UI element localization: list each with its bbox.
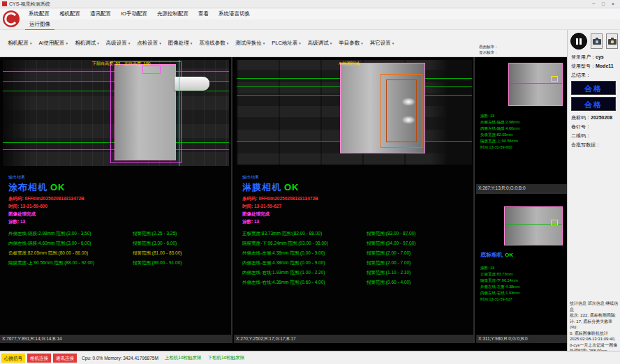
alarm-range-text: 报警范围:(89.00 - 91.00) — [133, 260, 182, 266]
image-shadow — [430, 60, 472, 165]
maximize-button[interactable]: □ — [598, 0, 608, 8]
menu-item[interactable]: 通讯配置 — [85, 8, 116, 20]
measurement-text: 外侧左线-左侧:4.38mm 范围:(0.00 - 9.00) — [242, 250, 367, 257]
trigger-status-left: 上相机1d检触发限 — [165, 355, 202, 361]
menu-item[interactable]: 查看 — [193, 8, 214, 20]
measurement-text: 外侧左线-隔膜:2.98mm 范围:(2.00 - 3.50) — [8, 231, 133, 237]
probe-object — [175, 77, 209, 91]
alarm-range-text: 报警范围:(2.00 - 7.00) — [367, 250, 411, 257]
trigger-status-right: 下相机1d检触发限 — [208, 355, 245, 361]
pause-icon — [580, 38, 582, 45]
alarm-range-text: 报警范围:(2.00 - 7.00) — [367, 260, 411, 266]
result-prefix: 输出结果 — [8, 174, 228, 181]
ok-status: OK — [505, 252, 513, 258]
toolbar-item[interactable]: 基准线参数▾ — [195, 40, 232, 47]
chevron-down-icon: ▾ — [392, 41, 394, 45]
toolbar-item[interactable]: 高级调试▾ — [304, 40, 336, 47]
menu-item[interactable]: 系统配置 — [24, 8, 54, 20]
measurement-text: 内侧左线-左侧:4.38mm 范围:(0.00 - 9.00) — [242, 260, 367, 266]
preview-result-title: 底标相机OK — [480, 251, 513, 259]
sidebar: 登录用户：cys 使用型号：Mode11 总结果： 合格 合格 底标码：2025… — [567, 30, 620, 351]
preview-text-line: 外侧左线-隔膜:2.98mm — [480, 119, 519, 126]
camera-title: 底标相机 — [480, 252, 503, 258]
menu-item[interactable]: 光源控制配置 — [152, 8, 193, 20]
toolbar-item[interactable]: 其它设置▾ — [367, 40, 398, 47]
camera-connection-indicator[interactable]: 相机连接 — [27, 354, 51, 363]
frame-rate-line: 显示帧率： — [479, 50, 564, 55]
measurement-list: 正极宽度:83.73mm 范围:(82.00 - 88.00) 报警范围:(83… — [242, 231, 471, 286]
pixel-readout: X:270;Y:2502;R:17;G:17;B:17 — [234, 335, 473, 343]
preview-image — [504, 206, 563, 245]
camera-image-right[interactable]: AI检测区域 — [237, 60, 472, 165]
camera-2-button[interactable] — [606, 33, 618, 49]
ai-detect-rectangle-inner — [386, 79, 417, 142]
baseline-line — [179, 60, 179, 166]
measurement-row: 外侧左线-左侧:4.38mm 范围:(0.00 - 9.00) 报警范围:(2.… — [242, 250, 471, 257]
process-line: 图像处理完成 — [8, 211, 228, 218]
measurement-row: 隔膜宽度-下:96.24mm 范围:(93.00 - 98.00) 报警范围:(… — [242, 241, 471, 247]
preview-view-bottom[interactable]: 底标相机OK 涂数: 13 正极宽度:83.73mm 隔膜宽度-下:96.24m… — [476, 195, 567, 343]
field-row: 底标码：20250208 — [571, 113, 620, 122]
toolbar-item-label: AI使用配置 — [39, 40, 65, 47]
minimize-button[interactable]: − — [589, 0, 598, 8]
toolbar-item[interactable]: 测试停换位▾ — [232, 40, 268, 47]
alarm-range-text: 报警范围:(0.60 - 4.00) — [367, 280, 411, 286]
toolbar-item-label: PLC地址表 — [272, 40, 297, 47]
chevron-down-icon: ▾ — [330, 41, 332, 45]
statistics-line: 0, 底标图像联机统计 — [570, 331, 619, 337]
alarm-range-text: 报警范围:(1.10 - 2.10) — [367, 270, 411, 276]
alarm-range-text: 报警范围:(3.00 - 6.00) — [133, 241, 177, 247]
camera-result-title: 淋膜相机OK — [242, 181, 471, 194]
toolbar-item[interactable]: 高级设置▾ — [103, 40, 134, 47]
measurement-text: 内侧左线-右线:1.93mm 范围:(1.00 - 2.20) — [242, 270, 367, 276]
toolbar-item-label: 基准线参数 — [199, 40, 226, 47]
menu-item[interactable]: 相机配置 — [54, 8, 85, 20]
statistics-line: 0-cys一月上次记录一图像 — [570, 342, 619, 349]
toolbar-item[interactable]: 学目参数▾ — [335, 40, 367, 47]
measurement-row: 负极宽度:82.05mm 范围:(80.00 - 86.00) 报警范围:(81… — [8, 250, 228, 257]
total-result-label: 总结果： — [571, 73, 591, 77]
toolbar-item[interactable]: AI使用配置▾ — [36, 40, 72, 47]
menu-item[interactable]: 系统语言切换 — [214, 8, 255, 20]
model-row: 使用型号：Mode11 — [571, 61, 620, 70]
preview-text-line: 内侧左线-隔膜:4.60mm — [480, 126, 519, 132]
tab-run-image[interactable]: 运行图像 — [25, 20, 54, 30]
comm-connection-indicator[interactable]: 通讯连接 — [53, 354, 77, 363]
camera-image-left[interactable]: 下部白高度: 93 左白高度: 100 — [3, 60, 229, 166]
statistics-line: 2025:02:08-13:31:09:40, — [570, 336, 619, 342]
preview-text-line: 外侧左线-左侧:4.38mm — [480, 284, 519, 290]
pause-button[interactable] — [570, 33, 587, 50]
statistics-line: 计: 17, 底标分类失败率(%): — [570, 319, 619, 331]
toolbar-item[interactable]: 相机调试▾ — [71, 40, 103, 47]
pixel-readout: X:7677;Y:891;R:14;G:14;B:14 — [0, 335, 231, 343]
camera-1-button[interactable] — [591, 33, 603, 49]
toolbar-item[interactable]: PLC地址表▾ — [268, 40, 304, 47]
login-label: 登录用户： — [571, 54, 596, 59]
chevron-down-icon: ▾ — [30, 41, 32, 45]
preview-view-top[interactable]: 涂数: 13 外侧左线-隔膜:2.98mm 内侧左线-隔膜:4.60mm 负极宽… — [476, 57, 567, 194]
field-label: 卷针号： — [571, 124, 591, 129]
chevron-down-icon: ▾ — [263, 41, 265, 45]
toolbar-item[interactable]: 点检设置▾ — [133, 40, 165, 47]
close-button[interactable]: × — [608, 0, 618, 8]
app-logo-icon — [2, 10, 20, 28]
chevron-down-icon: ▾ — [128, 41, 131, 45]
frame-rate-line: 画面帧率： — [479, 44, 564, 50]
roi-box — [551, 220, 558, 225]
app-icon — [2, 1, 7, 6]
measurement-text: 正极宽度:83.73mm 范围:(82.00 - 88.00) — [242, 231, 367, 237]
tab-row: 运行图像 — [0, 20, 620, 30]
preview-text-line: 时间:13-31-59-600 — [480, 144, 519, 151]
chevron-down-icon: ▾ — [66, 41, 68, 45]
menu-item[interactable]: IO手动配置 — [116, 8, 152, 20]
login-value: cys — [596, 54, 604, 59]
toolbar-item[interactable]: 相机配置▾ — [4, 40, 36, 47]
toolbar-item[interactable]: 图像处理▾ — [165, 40, 196, 47]
field-label: 合批写数据： — [571, 142, 600, 147]
pixel-readout: X:267;Y:13;R:0;G:0;B:0 — [476, 184, 567, 192]
model-select[interactable]: Mode11 — [596, 63, 614, 68]
measurement-row: 外侧左线-右线:4.36mm 范围:(0.60 - 4.00) 报警范围:(0.… — [242, 280, 471, 286]
heartbeat-indicator[interactable]: 心跳信号 — [1, 354, 25, 363]
window-title: CYS-视觉检测系统 — [9, 1, 589, 8]
statistics-line: 统计信息 班次信息 继续信息 — [570, 301, 619, 312]
